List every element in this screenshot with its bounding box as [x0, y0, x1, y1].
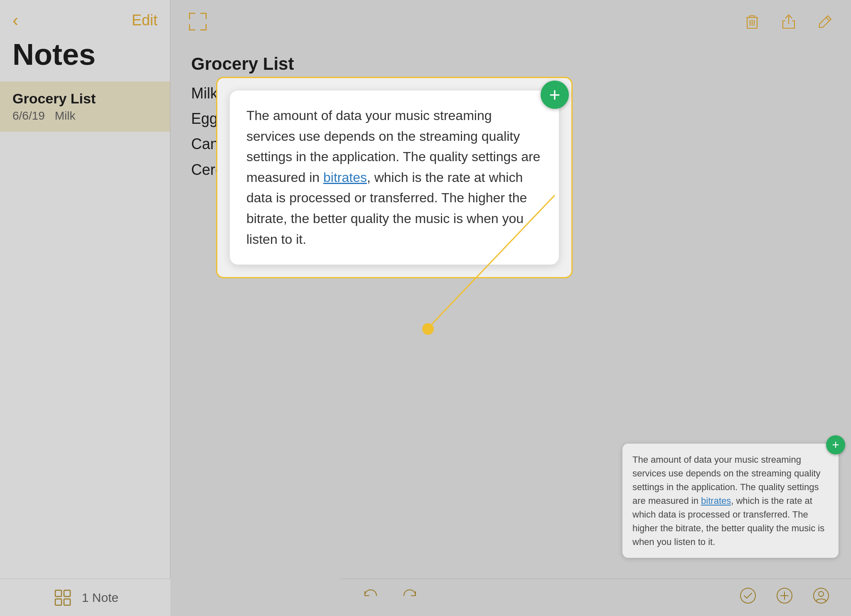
right-header: [170, 0, 851, 42]
trash-button[interactable]: [743, 12, 761, 34]
note-item-date: 6/6/19: [12, 109, 45, 122]
right-bottom-bar: [341, 579, 851, 616]
note-item-meta: 6/6/19 Milk: [12, 109, 157, 123]
tooltip-link-small[interactable]: bitrates: [701, 496, 731, 506]
edit-button[interactable]: Edit: [132, 12, 157, 29]
svg-point-16: [819, 591, 824, 596]
checkmark-button[interactable]: [739, 587, 757, 609]
page-title: Notes: [0, 37, 170, 81]
right-panel: Grocery List Milk Eggs Candy Cereal + Th…: [170, 0, 851, 616]
note-count-label: 1 Note: [82, 591, 118, 605]
note-content-title: Grocery List: [191, 54, 830, 74]
note-item-title: Grocery List: [12, 91, 157, 107]
bottom-left-icons: [362, 587, 419, 609]
grid-view-button[interactable]: [52, 587, 74, 609]
undo-button[interactable]: [362, 587, 380, 609]
tooltip-text-small: The amount of data your music streaming …: [632, 453, 829, 549]
svg-rect-0: [55, 590, 61, 596]
share-button[interactable]: [780, 12, 798, 34]
svg-rect-3: [64, 599, 70, 605]
left-header: ‹ Edit: [0, 0, 170, 37]
note-item-preview: Milk: [55, 109, 76, 122]
svg-point-10: [422, 323, 434, 335]
redo-button[interactable]: [401, 587, 419, 609]
add-note-button[interactable]: [775, 587, 794, 609]
svg-rect-1: [64, 590, 70, 596]
back-button[interactable]: ‹: [12, 12, 18, 29]
tooltip-popup-large: + The amount of data your music streamin…: [216, 77, 573, 278]
right-header-icons: [743, 12, 834, 34]
add-button-large[interactable]: +: [541, 81, 569, 109]
tooltip-popup-small: + The amount of data your music streamin…: [622, 444, 839, 558]
bottom-right-icons: [739, 587, 830, 609]
note-list-item[interactable]: Grocery List 6/6/19 Milk: [0, 81, 170, 132]
svg-point-11: [740, 588, 755, 603]
tooltip-link-large[interactable]: bitrates: [323, 170, 367, 185]
compose-button[interactable]: [816, 12, 834, 34]
expand-button[interactable]: [187, 11, 209, 36]
tooltip-text-large: The amount of data your music streaming …: [246, 106, 542, 250]
person-button[interactable]: [812, 587, 830, 609]
svg-rect-2: [55, 599, 61, 605]
add-button-small[interactable]: +: [826, 435, 845, 454]
left-bottom-bar: 1 Note: [0, 579, 170, 616]
svg-line-8: [826, 17, 829, 21]
left-panel: ‹ Edit Notes Grocery List 6/6/19 Milk 1 …: [0, 0, 170, 616]
tooltip-bubble-large: + The amount of data your music streamin…: [230, 91, 559, 265]
